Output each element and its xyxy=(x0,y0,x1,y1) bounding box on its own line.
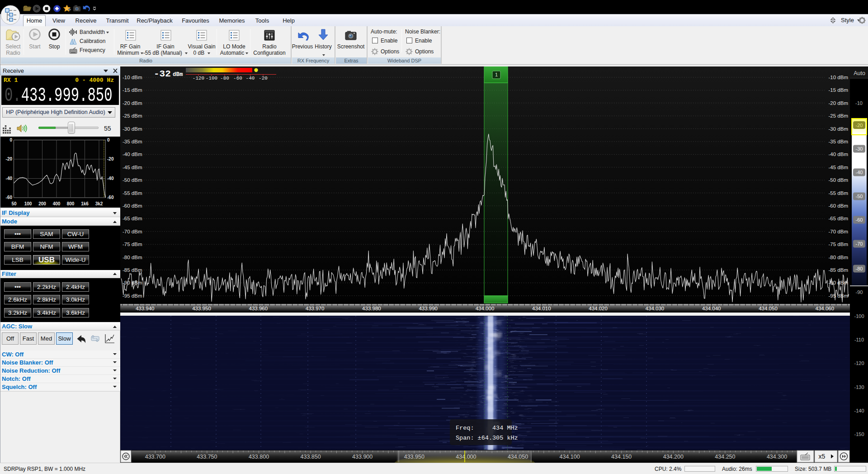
svg-text:-32: -32 xyxy=(154,69,171,79)
svg-text:Freq: 434 MHz: Freq: 434 MHz xyxy=(456,425,518,431)
svg-text:434.100: 434.100 xyxy=(560,454,580,460)
svg-text:-40: -40 xyxy=(246,76,255,81)
svg-text:-95 dBm: -95 dBm xyxy=(123,293,142,299)
svg-text:-40: -40 xyxy=(107,176,114,181)
svg-text:-60: -60 xyxy=(107,195,114,200)
svg-text:433.900: 433.900 xyxy=(352,454,373,460)
svg-text:-120: -120 xyxy=(854,360,864,366)
svg-text:-95 dBm: -95 dBm xyxy=(829,293,848,299)
svg-text:1: 1 xyxy=(495,72,498,77)
svg-text:-60: -60 xyxy=(6,195,13,200)
svg-text:-80 dBm: -80 dBm xyxy=(123,255,142,260)
svg-text:-75 dBm: -75 dBm xyxy=(829,242,848,247)
svg-text:Style: Style xyxy=(841,17,854,24)
svg-text:-25 dBm: -25 dBm xyxy=(123,113,142,118)
svg-text:-15 dBm: -15 dBm xyxy=(123,87,142,93)
svg-text:3k2: 3k2 xyxy=(95,201,103,206)
svg-text:-15 dBm: -15 dBm xyxy=(829,87,848,93)
svg-text:-130: -130 xyxy=(854,384,864,390)
svg-text:-35 dBm: -35 dBm xyxy=(829,139,848,144)
svg-text:dBm: dBm xyxy=(173,71,183,78)
svg-text:433.850: 433.850 xyxy=(301,454,321,460)
svg-text:-85 dBm: -85 dBm xyxy=(829,267,848,273)
svg-text:-20: -20 xyxy=(107,156,114,161)
svg-text:0: 0 xyxy=(107,137,110,142)
svg-text:-110: -110 xyxy=(854,337,864,342)
svg-text:800: 800 xyxy=(67,201,75,206)
svg-text:-50 dBm: -50 dBm xyxy=(829,177,848,183)
svg-text:200: 200 xyxy=(38,201,46,206)
svg-text:433.700: 433.700 xyxy=(145,454,165,460)
svg-text:-45 dBm: -45 dBm xyxy=(829,165,848,170)
svg-text:-60: -60 xyxy=(856,217,863,223)
svg-text:-35 dBm: -35 dBm xyxy=(123,139,142,144)
svg-text:-60 dBm: -60 dBm xyxy=(829,203,848,209)
svg-text:434.200: 434.200 xyxy=(663,454,684,460)
svg-text:Span: ±64.305 kHz: Span: ±64.305 kHz xyxy=(456,435,518,441)
svg-text:0: 0 xyxy=(9,137,12,142)
svg-text:433.750: 433.750 xyxy=(197,454,217,460)
svg-text:-150: -150 xyxy=(854,431,864,437)
svg-text:-80: -80 xyxy=(220,76,229,81)
svg-text:-80 dBm: -80 dBm xyxy=(829,255,848,260)
svg-text:-70: -70 xyxy=(856,241,863,246)
svg-text:-90 dBm: -90 dBm xyxy=(829,280,848,285)
svg-text:-20 dBm: -20 dBm xyxy=(829,100,848,106)
svg-text:-10: -10 xyxy=(855,100,863,106)
svg-text:-120: -120 xyxy=(193,76,204,81)
svg-text:-65 dBm: -65 dBm xyxy=(829,216,848,221)
svg-text:-50: -50 xyxy=(856,194,863,199)
svg-text:-140: -140 xyxy=(854,408,864,413)
svg-text:-55 dBm: -55 dBm xyxy=(829,190,848,196)
svg-text:-60 dBm: -60 dBm xyxy=(123,203,142,209)
svg-text:-30 dBm: -30 dBm xyxy=(123,126,142,132)
svg-text:Auto: Auto xyxy=(854,70,865,76)
svg-text:x5: x5 xyxy=(819,453,826,460)
svg-text:434.250: 434.250 xyxy=(715,454,735,460)
svg-text:-30 dBm: -30 dBm xyxy=(829,126,848,132)
svg-text:433.950: 433.950 xyxy=(404,454,425,460)
svg-text:-20 dBm: -20 dBm xyxy=(123,100,142,106)
svg-text:-90 dBm: -90 dBm xyxy=(123,280,142,285)
svg-text:-40 dBm: -40 dBm xyxy=(123,152,142,157)
svg-text:434.150: 434.150 xyxy=(611,454,632,460)
svg-text:433.800: 433.800 xyxy=(249,454,269,460)
svg-text:434.000: 434.000 xyxy=(456,454,476,460)
svg-text:434.050: 434.050 xyxy=(508,454,528,460)
svg-text:-20: -20 xyxy=(259,76,268,81)
svg-text:-75 dBm: -75 dBm xyxy=(123,242,142,247)
svg-text:-80: -80 xyxy=(856,266,863,271)
svg-text:-65 dBm: -65 dBm xyxy=(123,216,142,221)
svg-text:-55 dBm: -55 dBm xyxy=(123,190,142,196)
svg-text:400: 400 xyxy=(53,201,61,206)
svg-text:-20: -20 xyxy=(856,123,863,128)
svg-text:-70 dBm: -70 dBm xyxy=(829,229,848,234)
svg-text:-70 dBm: -70 dBm xyxy=(123,229,142,234)
svg-text:-10 dBm: -10 dBm xyxy=(123,75,142,80)
svg-text:-20: -20 xyxy=(6,156,13,161)
svg-text:-40 dBm: -40 dBm xyxy=(829,152,848,157)
svg-text:-100: -100 xyxy=(854,313,864,319)
svg-text:-50 dBm: -50 dBm xyxy=(123,177,142,183)
svg-text:-40: -40 xyxy=(856,170,863,175)
svg-text:-90: -90 xyxy=(856,289,863,295)
svg-text:-40: -40 xyxy=(6,176,13,181)
svg-text:-45 dBm: -45 dBm xyxy=(123,165,142,170)
svg-text:1k6: 1k6 xyxy=(81,201,89,206)
svg-text:434.300: 434.300 xyxy=(767,454,787,460)
svg-text:-85 dBm: -85 dBm xyxy=(123,267,142,273)
svg-text:50: 50 xyxy=(11,201,17,206)
svg-text:-10 dBm: -10 dBm xyxy=(829,75,848,80)
svg-text:-100: -100 xyxy=(206,76,217,81)
svg-text:-25 dBm: -25 dBm xyxy=(829,113,848,118)
svg-text:-60: -60 xyxy=(233,76,242,81)
svg-text:100: 100 xyxy=(24,201,32,206)
svg-text:-30: -30 xyxy=(856,146,863,152)
